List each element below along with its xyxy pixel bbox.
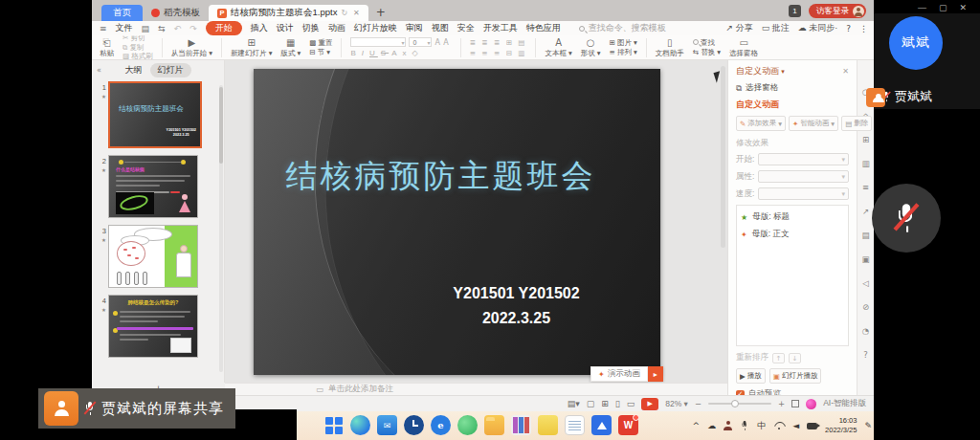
arrange-button[interactable]: ≡ 排列 ▾ [610, 49, 637, 56]
start-button[interactable] [323, 415, 344, 435]
clock[interactable]: 16:03 2022/3/25 [825, 416, 857, 435]
menu-transition[interactable]: 切换 [302, 22, 320, 34]
browser-e-icon[interactable]: e [431, 415, 451, 435]
paste-button[interactable]: ⎗ 粘贴 [100, 38, 114, 57]
close-panel-icon[interactable]: ✕ [842, 67, 849, 76]
font-family-select[interactable] [350, 37, 406, 47]
doc-assistant-button[interactable]: ▯ 文档助手 [656, 38, 684, 57]
notes-toggle-icon[interactable]: ▤▾ [568, 399, 580, 408]
chart-icon[interactable]: ▥ [861, 159, 869, 168]
ai-layout-label[interactable]: AI-智能排版 [823, 398, 866, 409]
column-view-icon[interactable]: ▯ [615, 399, 620, 408]
underline-button[interactable]: U [369, 49, 378, 57]
more-icon[interactable]: ⋮ [859, 24, 868, 33]
notes-bar[interactable]: ▭ 单击此处添加备注 [225, 383, 727, 395]
wifi-icon[interactable] [773, 422, 785, 429]
menu-home-active[interactable]: 开始 [206, 21, 242, 35]
output-icon[interactable]: ⇆ [158, 24, 166, 33]
play-from-current-button[interactable]: ▶ 从当前开始 ▾ [171, 38, 212, 57]
demo-go-button[interactable]: ▸ [648, 366, 663, 382]
slide-thumbnail-4[interactable]: 肺结核是怎么传染的? [108, 295, 198, 358]
reset-button[interactable]: ▩ 重置 [309, 39, 332, 47]
menu-file[interactable]: 文件 [116, 22, 133, 34]
mail-icon[interactable]: ✉ [377, 415, 397, 435]
animation-item-title[interactable]: ★ 母版: 标题 [741, 211, 844, 223]
media-icon[interactable]: ▣ [861, 254, 869, 264]
participant-video-tile[interactable]: 斌斌 贾斌斌 [874, 13, 980, 109]
undo-icon[interactable]: ↶ [174, 24, 182, 33]
share-button[interactable]: ↗ 分享 [726, 22, 753, 34]
demo-animation-popup[interactable]: ✦ 演示动画 ▸ [590, 366, 663, 382]
format-painter-button[interactable]: ▨ 格式刷 [122, 53, 153, 60]
camera-tray-icon[interactable] [807, 423, 817, 429]
tab-home[interactable]: 首页 [101, 5, 143, 21]
align-buttons[interactable]: ≡ ≡ ≡ ⊟ ▥ [470, 49, 527, 57]
zoom-slider-knob[interactable] [731, 400, 739, 407]
close-tab-icon[interactable]: ✕ [353, 9, 360, 17]
thumbnail-scrollbar[interactable] [219, 85, 223, 372]
minimize-icon[interactable]: — [918, 3, 926, 12]
layout-grid-icon[interactable]: ⊞ [862, 135, 869, 144]
selection-pane-link[interactable]: ⧉ 选择窗格 [736, 82, 849, 94]
move-down-button[interactable]: ↓ [789, 353, 801, 363]
file-explorer-icon[interactable] [484, 415, 504, 435]
zoom-slider[interactable] [708, 403, 771, 405]
move-up-button[interactable]: ↑ [772, 353, 785, 363]
blue-app-icon[interactable] [591, 415, 612, 435]
history-icon[interactable]: ◔ [862, 326, 869, 336]
textbox-button[interactable]: A 文本框 ▾ [545, 38, 571, 57]
animation-item-body[interactable]: ✦ 母版: 正文 [741, 229, 844, 240]
person-tray-icon[interactable] [724, 421, 732, 430]
hamburger-icon[interactable]: ≡ [100, 24, 107, 33]
menu-insert[interactable]: 插入 [251, 22, 268, 34]
collapse-panel-icon[interactable]: « [97, 66, 101, 75]
menu-design[interactable]: 设计 [277, 22, 294, 34]
cut-button[interactable]: ✂ 剪切 [122, 34, 153, 42]
green-app-icon[interactable] [457, 415, 478, 435]
smart-animation-button[interactable]: ✦ 智能动画 ▾ [789, 116, 838, 131]
pen-tray-icon[interactable]: ✎ [864, 421, 872, 430]
superscript-button[interactable]: x [403, 49, 410, 57]
font-size-select[interactable]: 0 [409, 37, 432, 47]
strike-button[interactable]: S [381, 49, 389, 57]
volume-icon[interactable]: ◄ [792, 421, 799, 430]
comment-button[interactable]: ▭ 批注 [762, 22, 790, 34]
slideshow-button[interactable]: ▣ 幻灯片播放 [769, 368, 822, 384]
play-button[interactable]: ▶ 播放 [736, 368, 766, 384]
clear-format-button[interactable]: ◇ [412, 49, 421, 57]
yellow-app-icon[interactable] [538, 415, 558, 435]
winrar-icon[interactable] [511, 415, 531, 435]
list-buttons[interactable]: ≣ ≣ ≣ ⊞ ▤ [470, 38, 527, 47]
layout-button[interactable]: ▦ 版式 ▾ [280, 38, 301, 57]
maximize-icon[interactable]: ▢ [939, 3, 947, 12]
animation-list[interactable]: ★ 母版: 标题 ✦ 母版: 正文 [736, 205, 849, 346]
cloud-tray-icon[interactable]: ☁ [707, 421, 716, 430]
reading-view-icon[interactable]: ▭ [627, 399, 635, 408]
help-icon[interactable]: ? [846, 24, 851, 33]
menu-review[interactable]: 审阅 [406, 22, 423, 34]
export-icon[interactable]: ↗ [862, 207, 869, 216]
shape-button[interactable]: ○ 形状 ▾ [581, 38, 601, 57]
delete-effect-button[interactable]: ▤ 删除 [841, 116, 872, 131]
grow-shrink-font-icons[interactable]: AA [434, 38, 451, 47]
zoom-level[interactable]: 82% ▾ [665, 399, 688, 408]
guest-login-button[interactable]: 访客登录 [809, 4, 866, 18]
notepad-icon[interactable] [565, 415, 585, 435]
fit-screen-icon[interactable] [791, 400, 799, 407]
selection-pane-button[interactable]: ▭ 选择窗格 [729, 38, 758, 57]
ime-indicator[interactable]: 中 [757, 420, 766, 432]
notes-icon[interactable]: ▤ [861, 231, 869, 240]
mic-tray-icon[interactable] [742, 421, 748, 430]
tab-document[interactable]: P 结核病预防主题班会1.pptx ↻ ✕ [209, 5, 368, 21]
tray-expand-icon[interactable]: ^ [693, 421, 701, 430]
copy-button[interactable]: ⧉ 复制 [122, 44, 153, 52]
current-slide[interactable]: 结核病预防主题班会 Y201501 Y201502 2022.3.25 [254, 69, 660, 375]
close-icon[interactable]: ✕ [959, 3, 967, 12]
sorter-view-icon[interactable]: ⊞ [601, 399, 609, 408]
ai-layout-icon[interactable] [806, 399, 816, 409]
wps-taskbar-icon[interactable]: W [618, 415, 638, 435]
tab-outline[interactable]: 大纲 [125, 64, 143, 77]
start-select[interactable] [758, 153, 849, 165]
font-color-button[interactable]: A [391, 49, 399, 57]
sound-icon[interactable]: ◁ [862, 278, 869, 288]
